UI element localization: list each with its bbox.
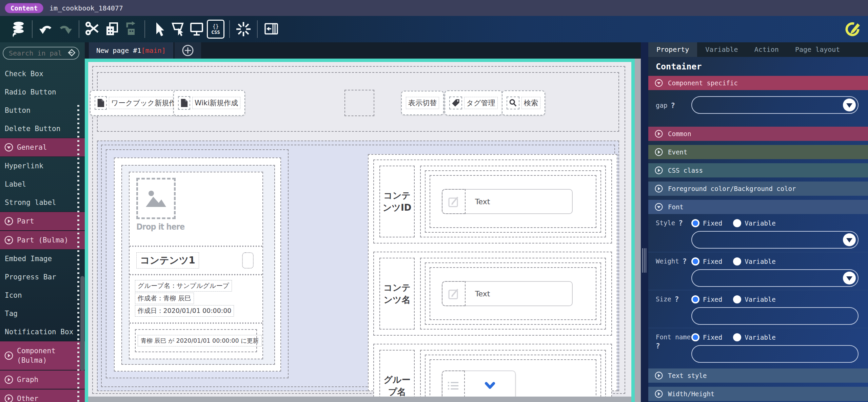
search-input[interactable] xyxy=(3,49,70,57)
sidebar-group-other[interactable]: Other xyxy=(0,389,85,402)
content-card[interactable]: Drop it here コンテンツ1 グループ名 xyxy=(129,172,263,359)
sidebar-group-general[interactable]: General xyxy=(0,138,85,157)
page-header-container[interactable]: ワークブック新規作成 Wiki新規作成 表示切替 xyxy=(97,72,619,132)
cut-icon[interactable] xyxy=(83,19,102,39)
radio-fixed[interactable] xyxy=(691,295,699,303)
radio-variable[interactable] xyxy=(733,295,741,303)
help-icon[interactable]: ? xyxy=(678,219,683,227)
sidebar-group-part[interactable]: Part xyxy=(0,212,85,231)
font-style-input[interactable] xyxy=(691,231,859,249)
sidebar-group-graph[interactable]: Graph xyxy=(0,370,85,389)
dropdown-arrow-icon[interactable] xyxy=(843,233,856,246)
card-divider xyxy=(130,322,262,324)
palette-scrollbar[interactable] xyxy=(80,276,84,371)
sidebar-item-check-box[interactable]: Check Box xyxy=(0,65,85,83)
view-toggle-button[interactable]: 表示切替 xyxy=(401,91,444,115)
drag-handle-icon[interactable] xyxy=(642,248,646,273)
undo-button[interactable] xyxy=(37,19,56,39)
file-icon xyxy=(95,96,107,110)
help-icon[interactable]: ? xyxy=(671,102,675,110)
dropdown-arrow-icon[interactable] xyxy=(843,272,856,284)
section-component-specific[interactable]: Component specific xyxy=(648,76,868,90)
radio-fixed[interactable] xyxy=(691,219,699,227)
sidebar-group-component-bulma[interactable]: Component (Bulma) xyxy=(0,341,85,370)
section-event[interactable]: Event xyxy=(648,145,868,159)
sidebar-item-icon[interactable]: Icon xyxy=(0,286,85,304)
sidebar-item-strong-label[interactable]: Strong label xyxy=(0,193,85,212)
sidebar-item-tag[interactable]: Tag xyxy=(0,304,85,323)
eraser-icon[interactable] xyxy=(66,49,77,59)
add-page-button[interactable] xyxy=(175,42,201,59)
help-icon[interactable]: ? xyxy=(675,295,679,303)
search-button[interactable]: 検索 xyxy=(502,90,545,115)
text-input-content-name[interactable]: Text xyxy=(442,281,573,306)
section-width-height[interactable]: Width/Height xyxy=(648,387,868,401)
sidebar-item-notification-box[interactable]: Notification Box xyxy=(0,323,85,341)
burst-action-icon[interactable] xyxy=(234,19,253,39)
wiki-create-button[interactable]: Wiki新規作成 xyxy=(173,90,245,116)
redo-button[interactable] xyxy=(56,19,75,39)
cursor-tool-icon[interactable] xyxy=(149,19,168,39)
tab-new-page-1[interactable]: New page #1[main] xyxy=(89,42,173,59)
tab-variable[interactable]: Variable xyxy=(697,42,746,57)
panel-toggle-icon[interactable] xyxy=(262,19,281,39)
font-name-input[interactable] xyxy=(691,345,859,363)
field-group-content-id[interactable]: コンテンツID Text xyxy=(373,160,612,244)
canvas-horizontal-scrollbar[interactable] xyxy=(88,397,631,402)
card-footer-text[interactable]: 青柳 辰巳 が 2020/01/01 00:00:00 に更新 xyxy=(138,335,262,346)
sidebar-item-progress-bar[interactable]: Progress Bar xyxy=(0,268,85,286)
canvas-vertical-scrollbar[interactable] xyxy=(635,59,641,402)
radio-variable[interactable] xyxy=(733,219,741,227)
tab-page-layout[interactable]: Page layout xyxy=(787,42,848,57)
sidebar-item-hyperlink[interactable]: Hyperlink xyxy=(0,157,85,175)
image-drop-zone[interactable]: Drop it here xyxy=(130,172,262,246)
select-mode-icon[interactable] xyxy=(168,19,187,39)
sidebar-item-label[interactable]: Label xyxy=(0,175,85,193)
card-mini-placeholder[interactable] xyxy=(242,252,254,269)
radio-variable[interactable] xyxy=(733,257,741,266)
radio-fixed[interactable] xyxy=(691,257,699,266)
font-weight-input[interactable] xyxy=(691,269,859,287)
section-font[interactable]: Font xyxy=(648,200,868,214)
empty-placeholder-box[interactable] xyxy=(344,90,374,116)
preview-monitor-icon[interactable] xyxy=(187,19,206,39)
edit-pencil-icon[interactable] xyxy=(843,19,862,39)
page-main-container[interactable]: Drop it here コンテンツ1 グループ名 xyxy=(97,141,619,391)
text-input-content-id[interactable]: Text xyxy=(442,189,573,214)
content-type-badge: Content xyxy=(5,3,43,13)
section-css-class[interactable]: CSS class xyxy=(648,163,868,177)
copy-icon[interactable] xyxy=(102,19,121,39)
section-common[interactable]: Common xyxy=(648,127,868,141)
meta-group-name[interactable]: グループ名 : サンプルグループ xyxy=(135,280,232,292)
component-palette: Check Box Radio Button Button Delete But… xyxy=(0,42,85,402)
sidebar-group-part-bulma[interactable]: Part (Bulma) xyxy=(0,231,85,250)
sidebar-item-radio-button[interactable]: Radio Button xyxy=(0,83,85,101)
paste-icon[interactable] xyxy=(121,19,140,39)
dropdown-arrow-icon[interactable] xyxy=(843,99,856,111)
meta-created-date[interactable]: 作成日 : 2020/01/01 00:00:00 xyxy=(135,305,234,317)
sidebar-item-embed-image[interactable]: Embed Image xyxy=(0,250,85,268)
radio-fixed[interactable] xyxy=(691,333,699,341)
pencil-square-icon xyxy=(442,281,466,306)
field-group-group-name[interactable]: グループ名 xyxy=(373,344,612,402)
panel-resize-divider[interactable] xyxy=(641,42,648,402)
font-size-input[interactable] xyxy=(691,307,859,325)
help-icon[interactable]: ? xyxy=(656,342,660,350)
tab-action[interactable]: Action xyxy=(746,42,787,57)
palette-search[interactable] xyxy=(3,47,79,60)
card-title[interactable]: コンテンツ1 xyxy=(136,252,199,269)
gap-input[interactable] xyxy=(691,96,859,114)
radio-variable[interactable] xyxy=(733,333,741,341)
section-fg-bg-color[interactable]: Foreground color/Background color xyxy=(648,182,868,196)
tab-property[interactable]: Property xyxy=(648,42,697,57)
file-icon xyxy=(178,96,190,110)
css-editor-icon[interactable]: {}CSS xyxy=(206,19,225,39)
sidebar-item-delete-button[interactable]: Delete Button xyxy=(0,120,85,138)
page-root-container[interactable]: ワークブック新規作成 Wiki新規作成 表示切替 xyxy=(92,66,625,394)
section-text-style[interactable]: Text style xyxy=(648,368,868,383)
tag-manage-button[interactable]: タグ管理 xyxy=(445,90,502,115)
sidebar-item-button[interactable]: Button xyxy=(0,101,85,120)
meta-author[interactable]: 作成者 : 青柳 辰巳 xyxy=(135,293,194,304)
field-group-content-name[interactable]: コンテンツ名 Text xyxy=(373,252,612,336)
help-icon[interactable]: ? xyxy=(683,257,687,266)
